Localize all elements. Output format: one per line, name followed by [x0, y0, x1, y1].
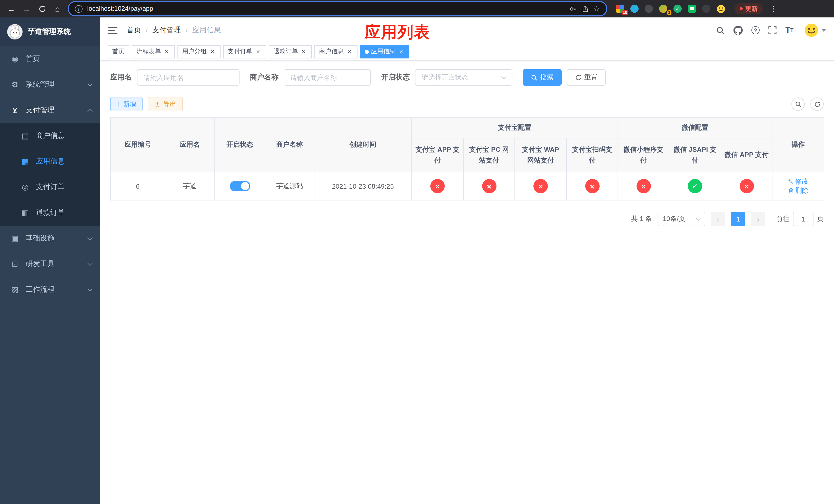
- tags-view: 首页× 流程表单× 用户分组× 支付订单× 退款订单× 商户信息×: [100, 43, 834, 61]
- close-icon[interactable]: ×: [397, 48, 405, 55]
- tab-refund-order[interactable]: 退款订单×: [269, 45, 312, 58]
- sidebar-item-pay-order[interactable]: ◎ 支付订单: [0, 174, 100, 200]
- pagination: 共 1 条 10条/页 ‹ 1 › 前往 页: [110, 212, 824, 226]
- extension-avatar-icon[interactable]: 1: [659, 4, 668, 13]
- wx-app-status-icon: ×: [739, 179, 754, 193]
- font-size-icon[interactable]: TT: [785, 26, 793, 35]
- tab-process-form[interactable]: 流程表单×: [132, 45, 175, 58]
- logo-avatar: [7, 24, 23, 40]
- col-wx-app: 微信 APP 支付: [721, 138, 772, 172]
- sidebar-item-label: 商户信息: [36, 131, 65, 140]
- extension-drop-icon[interactable]: [630, 4, 639, 13]
- reset-button[interactable]: 重置: [567, 69, 606, 86]
- tab-home[interactable]: 首页×: [108, 45, 129, 58]
- breadcrumb: 首页 / 支付管理 / 应用信息: [127, 26, 221, 35]
- col-created: 创建时间: [314, 118, 412, 172]
- search-icon[interactable]: [716, 26, 725, 35]
- export-button[interactable]: 导出: [148, 97, 183, 111]
- close-icon[interactable]: ×: [209, 48, 216, 55]
- page-size-select[interactable]: 10条/页: [658, 212, 705, 226]
- app-table: 应用编号 应用名 开启状态 商户名称 创建时间 支付宝配置 微信配置 操作 支付…: [110, 117, 824, 201]
- toggle-search-icon[interactable]: [791, 97, 805, 111]
- github-icon[interactable]: [733, 26, 743, 35]
- status-label: 开启状态: [381, 73, 410, 82]
- extension-puzzle-icon[interactable]: 10: [615, 4, 625, 13]
- close-icon[interactable]: ×: [346, 48, 353, 55]
- password-key-icon[interactable]: [569, 5, 577, 13]
- browser-home-icon[interactable]: ⌂: [51, 3, 64, 15]
- close-icon[interactable]: ×: [255, 48, 262, 55]
- status-select[interactable]: 请选择开启状态: [415, 69, 512, 86]
- extension-check-icon[interactable]: ✓: [673, 4, 682, 13]
- alipay-pc-status-icon: ×: [482, 179, 496, 193]
- prev-page-button[interactable]: ‹: [711, 212, 725, 226]
- browser-update-button[interactable]: 更新: [734, 3, 763, 14]
- edit-link[interactable]: ✎修改: [788, 177, 808, 186]
- tab-pay-order[interactable]: 支付订单×: [223, 45, 266, 58]
- extensions-area: 10 1 ✓: [615, 4, 725, 13]
- sidebar-item-infra[interactable]: ▣ 基础设施: [0, 226, 100, 251]
- merchant-name-input[interactable]: [284, 69, 371, 86]
- chevron-down-icon: [696, 215, 701, 221]
- refresh-icon[interactable]: [810, 97, 824, 111]
- goto-suffix: 页: [817, 214, 824, 224]
- col-wx-mini: 微信小程序支付: [618, 138, 669, 172]
- address-bar[interactable]: i localhost:1024/pay/app ☆: [69, 2, 606, 15]
- sidebar-item-home[interactable]: ◉ 首页: [0, 46, 100, 72]
- app-logo[interactable]: 芋道管理系统: [0, 18, 100, 46]
- sidebar-item-label: 基础设施: [26, 234, 54, 243]
- sidebar-item-refund-order[interactable]: ▥ 退款订单: [0, 200, 100, 226]
- back-icon[interactable]: ←: [5, 3, 18, 15]
- close-icon[interactable]: ×: [163, 48, 170, 55]
- extension-badge: 10: [622, 10, 628, 15]
- extension-chat-icon[interactable]: [687, 4, 697, 13]
- extension-bird-icon[interactable]: [702, 4, 711, 13]
- add-button[interactable]: + 新增: [110, 97, 143, 111]
- goto-page-input[interactable]: [793, 212, 813, 226]
- alipay-app-status-icon: ×: [430, 179, 445, 193]
- user-avatar-menu[interactable]: [804, 23, 826, 38]
- tab-user-group[interactable]: 用户分组×: [177, 45, 221, 58]
- cell-app-id: 6: [111, 172, 165, 200]
- search-button[interactable]: 搜索: [523, 69, 562, 86]
- sidebar-item-workflow[interactable]: ▨ 工作流程: [0, 277, 100, 302]
- tab-app-info[interactable]: 应用信息×: [360, 45, 409, 58]
- workflow-icon: ▨: [10, 285, 20, 294]
- plus-icon: +: [117, 100, 121, 108]
- next-page-button[interactable]: ›: [751, 212, 765, 226]
- sidebar-item-app-info[interactable]: ▦ 应用信息: [0, 149, 100, 174]
- navbar: 首页 / 支付管理 / 应用信息 ?: [100, 18, 834, 43]
- site-info-icon[interactable]: i: [75, 5, 83, 13]
- sidebar-item-system[interactable]: ⚙ 系统管理: [0, 72, 100, 97]
- sidebar-item-merchant-info[interactable]: ▤ 商户信息: [0, 123, 100, 149]
- extension-emoji-icon[interactable]: [716, 4, 725, 13]
- breadcrumb-separator: /: [146, 26, 148, 35]
- fullscreen-icon[interactable]: [768, 26, 776, 35]
- help-icon[interactable]: ?: [751, 26, 760, 35]
- tab-merchant-info[interactable]: 商户信息×: [314, 45, 357, 58]
- browser-menu-icon[interactable]: ⋮: [770, 4, 777, 13]
- app-name-label: 应用名: [110, 73, 132, 82]
- sidebar-item-payment[interactable]: ¥ 支付管理: [0, 97, 100, 123]
- breadcrumb-payment[interactable]: 支付管理: [152, 26, 181, 35]
- status-toggle[interactable]: [229, 181, 250, 191]
- breadcrumb-home[interactable]: 首页: [127, 26, 141, 35]
- sidebar-item-dev-tools[interactable]: ⊡ 研发工具: [0, 251, 100, 277]
- sidebar-collapse-icon[interactable]: [108, 27, 117, 33]
- reload-icon[interactable]: [36, 3, 48, 15]
- share-icon[interactable]: [581, 5, 589, 13]
- search-form: 应用名 商户名称 开启状态 请选择开启状态: [110, 69, 824, 86]
- forward-icon[interactable]: →: [21, 3, 33, 15]
- breadcrumb-separator: /: [186, 26, 188, 35]
- extension-dark-icon[interactable]: [644, 4, 654, 13]
- page-number-button[interactable]: 1: [731, 212, 745, 226]
- bookmark-star-icon[interactable]: ☆: [593, 4, 600, 13]
- sidebar-item-label: 应用信息: [36, 157, 65, 166]
- chevron-down-icon: [87, 235, 93, 240]
- close-icon[interactable]: ×: [300, 48, 307, 55]
- sidebar-menu: ◉ 首页 ⚙ 系统管理 ¥ 支付管理 ▤ 商户信息: [0, 46, 100, 302]
- app-name-input[interactable]: [137, 69, 240, 86]
- col-wx-jsapi: 微信 JSAPI 支付: [669, 138, 721, 172]
- grid-icon: ▦: [21, 157, 30, 166]
- delete-link[interactable]: 删除: [788, 186, 809, 196]
